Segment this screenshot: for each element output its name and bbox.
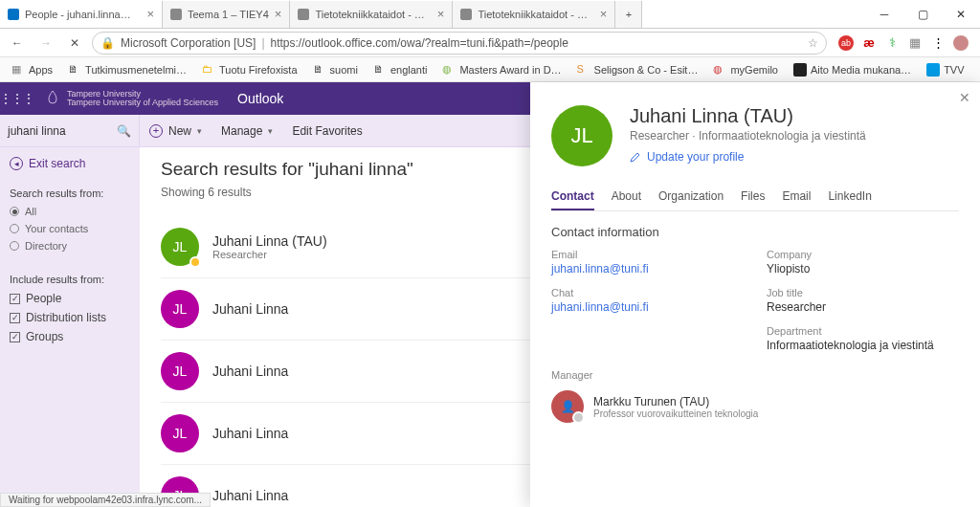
- chat-link[interactable]: juhani.linna@tuni.fi: [551, 300, 744, 314]
- ext-icon[interactable]: ▦: [907, 35, 923, 51]
- field-label: Company: [767, 249, 959, 260]
- filter-your-contacts[interactable]: Your contacts: [10, 220, 130, 237]
- favicon: [298, 9, 309, 20]
- pencil-icon: [630, 151, 641, 163]
- favicon: [460, 9, 472, 20]
- tab-close-icon[interactable]: ×: [275, 7, 282, 21]
- ext-icon[interactable]: æ: [861, 35, 877, 51]
- bookmark[interactable]: 🗎englanti: [368, 63, 434, 77]
- manager-row[interactable]: 👤 Markku Turunen (TAU) Professor vuorova…: [551, 390, 959, 423]
- browser-tab[interactable]: Tietotekniikkataidot - YH2 tehtäv… ×: [290, 1, 453, 28]
- update-profile-link[interactable]: Update your profile: [630, 150, 866, 164]
- email-link[interactable]: juhani.linna@tuni.fi: [551, 262, 744, 276]
- radio-icon: [10, 207, 19, 216]
- checkbox-checked-icon: ✓: [10, 332, 20, 342]
- app-name[interactable]: Outlook: [228, 91, 293, 106]
- bookmark[interactable]: ◍Masters Award in D…: [436, 63, 567, 77]
- tab-linkedin[interactable]: LinkedIn: [828, 184, 871, 210]
- chevron-down-icon: ▾: [268, 126, 273, 136]
- edit-favorites-button[interactable]: Edit Favorites: [282, 124, 371, 138]
- star-icon[interactable]: ☆: [808, 36, 818, 50]
- avatar: JL: [161, 352, 199, 390]
- tab-organization[interactable]: Organization: [658, 184, 724, 210]
- filter-all[interactable]: All: [10, 203, 130, 220]
- tab-email[interactable]: Email: [782, 184, 811, 210]
- tab-files[interactable]: Files: [741, 184, 765, 210]
- search-icon[interactable]: 🔍: [117, 124, 131, 138]
- window-close-button[interactable]: ✕: [942, 0, 980, 29]
- doc-icon: 🗎: [313, 63, 326, 77]
- field-label: Department: [767, 325, 959, 337]
- bookmark-folder[interactable]: 🗀Tuotu Firefoxista: [196, 63, 303, 77]
- manager-name: Markku Turunen (TAU): [593, 395, 758, 408]
- flame-icon: [44, 90, 61, 107]
- bookmark[interactable]: SSeligson & Co - Esit…: [571, 63, 704, 77]
- person-name: Juhani Linna: [212, 301, 288, 317]
- presence-away-icon: [189, 256, 201, 268]
- lock-icon: 🔒: [100, 36, 115, 50]
- bookmark[interactable]: 🗎Tutkimusmenetelmi…: [62, 63, 192, 77]
- include-people[interactable]: ✓People: [10, 289, 130, 308]
- menu-icon[interactable]: ⋮: [930, 35, 946, 51]
- window-maximize-button[interactable]: ▢: [903, 0, 942, 29]
- favicon: [170, 9, 182, 20]
- detail-subtitle: Researcher · Informaatioteknologia ja vi…: [630, 129, 866, 143]
- browser-tab[interactable]: Tietotekniikkataidot - H1 tehtäv… ×: [453, 1, 615, 28]
- tab-contact[interactable]: Contact: [551, 184, 594, 210]
- new-button[interactable]: +New▾: [140, 124, 212, 138]
- forward-button[interactable]: →: [34, 32, 57, 55]
- browser-tab[interactable]: Teema 1 – TIEY4 ×: [163, 1, 290, 28]
- icon: [926, 63, 940, 77]
- person-name: Juhani Linna (TAU): [212, 233, 327, 249]
- browser-tab[interactable]: People - juhani.linna@tuni.fi ×: [0, 1, 163, 28]
- tab-close-icon[interactable]: ×: [146, 7, 154, 21]
- search-input[interactable]: juhani linna 🔍: [0, 115, 140, 147]
- window-minimize-button[interactable]: ─: [865, 0, 903, 29]
- tab-label: People - juhani.linna@tuni.fi: [25, 9, 141, 20]
- bookmark[interactable]: TVV: [921, 63, 969, 77]
- checkbox-checked-icon: ✓: [10, 294, 20, 304]
- ext-icon[interactable]: ⚕: [884, 35, 900, 51]
- new-tab-button[interactable]: +: [615, 1, 642, 28]
- manager-avatar: 👤: [551, 390, 584, 423]
- manage-button[interactable]: Manage▾: [212, 124, 282, 138]
- field-label: Email: [551, 249, 744, 260]
- bookmark[interactable]: ▦Apps: [6, 63, 58, 77]
- globe-icon: ◍: [442, 63, 456, 77]
- tab-close-icon[interactable]: ×: [600, 7, 608, 21]
- manager-title: Professor vuorovaikutteinen teknologia: [593, 408, 758, 419]
- plus-circle-icon: +: [149, 124, 163, 138]
- extension-icons: ab æ ⚕ ▦ ⋮: [833, 35, 974, 51]
- left-rail: ◂ Exit search Search results from: All Y…: [0, 147, 140, 507]
- avatar: JL: [161, 414, 199, 452]
- status-bar: Waiting for webpoolam42e03.infra.lync.co…: [0, 493, 211, 507]
- bookmarks-bar: ▦Apps 🗎Tutkimusmenetelmi… 🗀Tuotu Firefox…: [0, 57, 980, 82]
- chevron-down-icon: ▾: [197, 126, 202, 136]
- tab-close-icon[interactable]: ×: [437, 7, 445, 21]
- exit-search-button[interactable]: ◂ Exit search: [10, 155, 130, 180]
- include-distribution-lists[interactable]: ✓Distribution lists: [10, 308, 130, 327]
- s-icon: S: [577, 63, 590, 77]
- ext-icon[interactable]: ab: [838, 35, 854, 51]
- bookmark[interactable]: 🗎suomi: [307, 63, 364, 77]
- bookmark[interactable]: ◍myGemilo: [707, 63, 784, 77]
- tab-label: Tietotekniikkataidot - YH2 tehtäv…: [315, 9, 431, 20]
- bookmark[interactable]: Aito Media mukana…: [788, 63, 917, 77]
- person-name: Juhani Linna: [212, 488, 288, 503]
- company-value: Yliopisto: [767, 262, 959, 276]
- detail-tabs: Contact About Organization Files Email L…: [551, 184, 959, 211]
- doc-icon: 🗎: [373, 63, 387, 77]
- outlook-favicon: [8, 9, 19, 20]
- tab-about[interactable]: About: [612, 184, 641, 210]
- back-button[interactable]: ←: [6, 32, 29, 55]
- url-bar[interactable]: 🔒 Microsoft Corporation [US] | https://o…: [92, 32, 827, 55]
- close-button[interactable]: ✕: [959, 90, 970, 105]
- stop-button[interactable]: ✕: [63, 32, 86, 55]
- tab-label: Teema 1 – TIEY4: [188, 9, 269, 20]
- person-title: Researcher: [212, 249, 327, 260]
- include-groups[interactable]: ✓Groups: [10, 327, 130, 346]
- app-launcher-icon[interactable]: ⋮⋮⋮: [0, 82, 34, 115]
- filter-directory[interactable]: Directory: [10, 237, 130, 254]
- search-value: juhani linna: [8, 124, 66, 138]
- profile-avatar[interactable]: [953, 35, 969, 51]
